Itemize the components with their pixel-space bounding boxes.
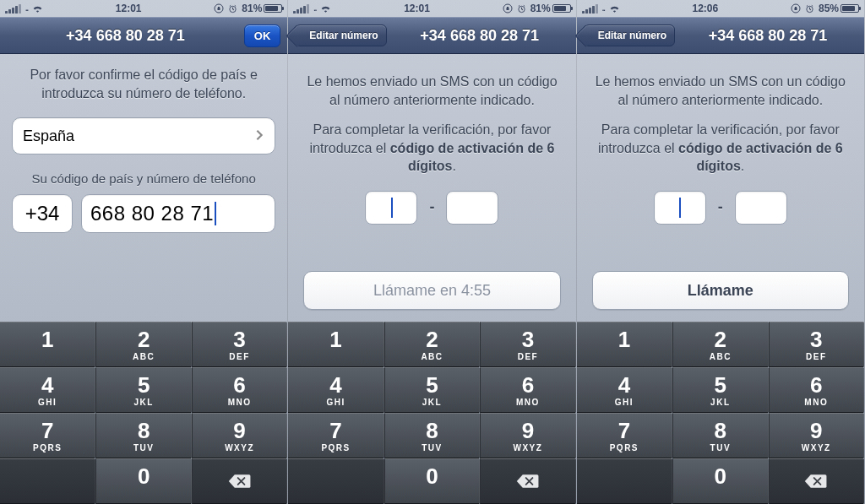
- keypad-letters: MNO: [804, 398, 828, 407]
- keypad-digit: 9: [522, 420, 534, 442]
- country-selector[interactable]: España: [12, 117, 275, 154]
- keypad-digit: 0: [138, 465, 150, 487]
- keypad-key-2[interactable]: 2ABC: [384, 322, 480, 367]
- keypad-letters: DEF: [806, 352, 827, 361]
- keypad-key-8[interactable]: 8TUV: [95, 413, 191, 458]
- signal-icon: [5, 4, 21, 14]
- keypad-key-5[interactable]: 5JKL: [384, 367, 480, 413]
- numeric-keypad: 1 2ABC3DEF4GHI5JKL6MNO7PQRS8TUV9WXYZ0: [288, 322, 575, 504]
- keypad-key-9[interactable]: 9WXYZ: [769, 413, 864, 458]
- keypad-letters: PQRS: [610, 443, 639, 453]
- battery-percent: 81%: [242, 3, 262, 14]
- keypad-digit: 8: [426, 420, 438, 442]
- keypad-letters: GHI: [615, 398, 634, 407]
- keypad-key-1[interactable]: 1: [288, 322, 384, 367]
- code-dash: -: [429, 198, 434, 216]
- keypad-key-5[interactable]: 5JKL: [672, 367, 768, 413]
- code-input-1[interactable]: [365, 191, 417, 225]
- keypad-key-6[interactable]: 6MNO: [480, 367, 575, 413]
- keypad-letters: GHI: [38, 398, 57, 407]
- keypad-key-7[interactable]: 7PQRS: [0, 413, 95, 458]
- keypad-empty-key: [288, 458, 384, 504]
- keypad-digit: 5: [138, 374, 150, 396]
- enter-code-text: Para completar la verificación, por favo…: [303, 121, 560, 176]
- keypad-letters: JKL: [133, 398, 153, 407]
- keypad-key-5[interactable]: 5JKL: [95, 367, 191, 413]
- keypad-key-7[interactable]: 7PQRS: [577, 413, 672, 458]
- keypad-letters: TUV: [422, 443, 443, 453]
- keypad-key-8[interactable]: 8TUV: [384, 413, 480, 458]
- keypad-key-0[interactable]: 0: [95, 458, 191, 504]
- status-bar: .. 12:06 85%: [577, 0, 864, 17]
- phone-sublabel: Su código de país y número de teléfono: [12, 171, 275, 186]
- keypad-digit: 7: [329, 420, 341, 442]
- keypad-key-3[interactable]: 3DEF: [769, 322, 864, 367]
- keypad-key-3[interactable]: 3DEF: [480, 322, 575, 367]
- keypad-backspace-key[interactable]: [480, 458, 575, 504]
- keypad-key-6[interactable]: 6MNO: [769, 367, 864, 413]
- code-input-1[interactable]: [654, 191, 706, 225]
- sms-sent-text: Le hemos enviado un SMS con un código al…: [303, 73, 560, 109]
- edit-number-back-button[interactable]: Editar número: [295, 24, 386, 46]
- phone-number-input[interactable]: 668 80 28 71: [81, 194, 275, 233]
- orientation-lock-icon: [214, 3, 224, 14]
- keypad-key-9[interactable]: 9WXYZ: [480, 413, 575, 458]
- keypad-letters: JKL: [710, 398, 730, 407]
- keypad-key-0[interactable]: 0: [384, 458, 480, 504]
- keypad-letters: MNO: [516, 398, 540, 407]
- edit-number-back-button[interactable]: Editar número: [584, 24, 675, 46]
- keypad-digit: 4: [618, 374, 630, 396]
- keypad-key-1[interactable]: 1: [0, 322, 95, 367]
- keypad-backspace-key[interactable]: [192, 458, 287, 504]
- phone-number-value: 668 80 28 71: [90, 202, 214, 225]
- keypad-digit: 5: [426, 374, 438, 396]
- keypad-digit: 3: [522, 328, 534, 350]
- keypad-key-2[interactable]: 2ABC: [672, 322, 768, 367]
- keypad-letters: DEF: [518, 352, 539, 361]
- ok-button[interactable]: OK: [244, 24, 281, 47]
- keypad-letters: ABC: [421, 352, 443, 361]
- keypad-key-7[interactable]: 7PQRS: [288, 413, 384, 458]
- wifi-icon: [32, 4, 43, 13]
- battery-indicator: 81%: [242, 3, 282, 14]
- backspace-icon: [228, 473, 252, 490]
- keypad-key-8[interactable]: 8TUV: [672, 413, 768, 458]
- keypad-key-4[interactable]: 4GHI: [0, 367, 95, 413]
- keypad-key-4[interactable]: 4GHI: [288, 367, 384, 413]
- keypad-backspace-key[interactable]: [769, 458, 864, 504]
- signal-icon: [582, 4, 598, 14]
- keypad-digit: 1: [41, 328, 53, 350]
- keypad-key-9[interactable]: 9WXYZ: [192, 413, 287, 458]
- keypad-key-6[interactable]: 6MNO: [192, 367, 287, 413]
- screen-verify-waiting: .. 12:01 81% Editar número +34 668 80 28…: [288, 0, 576, 504]
- keypad-digit: 9: [233, 420, 245, 442]
- keypad-key-1[interactable]: 1: [577, 322, 672, 367]
- code-input-2[interactable]: [446, 191, 498, 225]
- keypad-key-0[interactable]: 0: [672, 458, 768, 504]
- keypad-digit: 5: [715, 374, 726, 396]
- wifi-icon: [609, 4, 620, 13]
- keypad-letters: DEF: [229, 352, 250, 361]
- keypad-key-3[interactable]: 3DEF: [192, 322, 287, 367]
- numeric-keypad: 1 2ABC3DEF4GHI5JKL6MNO7PQRS8TUV9WXYZ0: [0, 322, 287, 504]
- country-code-input[interactable]: +34: [12, 194, 73, 233]
- enter-code-text: Para completar la verificación, por favo…: [592, 121, 849, 176]
- keypad-letters: ABC: [133, 352, 155, 361]
- status-bar: .. 12:01 81%: [0, 0, 287, 17]
- keypad-letters: [334, 352, 337, 361]
- call-me-button[interactable]: Llámame: [592, 271, 849, 310]
- keypad-key-4[interactable]: 4GHI: [577, 367, 672, 413]
- code-input-2[interactable]: [735, 191, 787, 225]
- keypad-digit: 4: [329, 374, 341, 396]
- keypad-letters: [623, 352, 626, 361]
- carrier-dot: ..: [25, 4, 28, 13]
- keypad-key-2[interactable]: 2ABC: [95, 322, 191, 367]
- signal-icon: [293, 4, 309, 14]
- keypad-digit: 6: [233, 374, 245, 396]
- text-caret: [391, 198, 393, 218]
- backspace-icon: [804, 473, 828, 490]
- keypad-digit: 4: [41, 374, 53, 396]
- keypad-digit: 7: [41, 420, 53, 442]
- keypad-letters: MNO: [228, 398, 252, 407]
- keypad-letters: WXYZ: [225, 443, 254, 453]
